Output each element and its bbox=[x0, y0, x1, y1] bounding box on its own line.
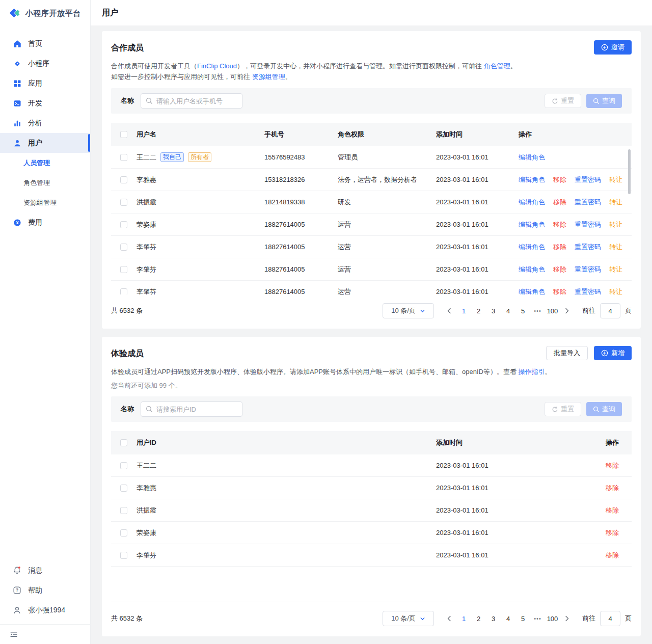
page-number-2[interactable]: 2 bbox=[471, 615, 486, 623]
edit-role-link[interactable]: 编辑角色 bbox=[519, 153, 545, 162]
row-checkbox[interactable] bbox=[120, 507, 127, 514]
select-all-checkbox[interactable] bbox=[120, 439, 127, 446]
desc-text: 体验成员可通过APP扫码预览开发版小程序、体验版小程序。请添加APP账号体系中的… bbox=[111, 368, 519, 375]
edit-role-link[interactable]: 编辑角色 bbox=[519, 243, 545, 252]
total-count: 共 6532 条 bbox=[111, 306, 143, 315]
reset-password-link[interactable]: 重置密码 bbox=[575, 265, 601, 274]
row-checkbox[interactable] bbox=[120, 154, 127, 161]
remove-link[interactable]: 移除 bbox=[553, 243, 566, 252]
prev-page-button[interactable] bbox=[442, 615, 456, 622]
transfer-link[interactable]: 转让 bbox=[609, 175, 622, 184]
row-checkbox[interactable] bbox=[120, 221, 127, 228]
row-checkbox[interactable] bbox=[120, 552, 127, 559]
sidebar-item-dev[interactable]: 开发 bbox=[0, 93, 90, 113]
transfer-link[interactable]: 转让 bbox=[609, 220, 622, 229]
sidebar-subitem-personnel[interactable]: 人员管理 bbox=[0, 153, 90, 173]
edit-role-link[interactable]: 编辑角色 bbox=[519, 175, 545, 184]
experience-reset-button[interactable]: 重置 bbox=[545, 402, 581, 416]
sidebar-item-fee[interactable]: ¥ 费用 bbox=[0, 212, 90, 232]
page-number-5[interactable]: 5 bbox=[515, 307, 530, 315]
experience-search-input[interactable] bbox=[156, 406, 237, 413]
next-page-button[interactable] bbox=[560, 615, 574, 622]
remove-link[interactable]: 移除 bbox=[606, 551, 619, 559]
prev-page-button[interactable] bbox=[442, 308, 456, 314]
page-number-100[interactable]: 100 bbox=[545, 307, 560, 315]
page-number-2[interactable]: 2 bbox=[471, 307, 486, 315]
table-scrollbar[interactable] bbox=[628, 149, 631, 194]
transfer-link[interactable]: 转让 bbox=[609, 243, 622, 252]
sidebar-item-miniprogram[interactable]: 小程序 bbox=[0, 53, 90, 73]
page-size-select[interactable]: 10 条/页 bbox=[383, 611, 434, 626]
sidebar-item-users[interactable]: 用户 bbox=[0, 133, 90, 153]
sidebar-item-home[interactable]: 首页 bbox=[0, 34, 90, 53]
reset-password-link[interactable]: 重置密码 bbox=[575, 220, 601, 229]
added-time-cell: 2023-03-01 16:01 bbox=[436, 484, 555, 492]
page-number-5[interactable]: 5 bbox=[515, 615, 530, 623]
next-page-button[interactable] bbox=[560, 308, 574, 314]
transfer-link[interactable]: 转让 bbox=[609, 287, 622, 295]
batch-import-button[interactable]: 批量导入 bbox=[546, 346, 588, 360]
remove-link[interactable]: 移除 bbox=[553, 220, 566, 229]
collab-query-button[interactable]: 查询 bbox=[586, 94, 622, 108]
goto-page-input[interactable] bbox=[600, 611, 620, 626]
sidebar-item-account[interactable]: 张小强1994 bbox=[0, 600, 90, 620]
remove-link[interactable]: 移除 bbox=[553, 198, 566, 207]
invite-button[interactable]: 邀请 bbox=[594, 40, 632, 55]
row-checkbox[interactable] bbox=[120, 288, 127, 295]
edit-role-link[interactable]: 编辑角色 bbox=[519, 220, 545, 229]
collab-reset-button[interactable]: 重置 bbox=[545, 94, 581, 108]
sidebar-item-apps[interactable]: 应用 bbox=[0, 73, 90, 93]
remove-link[interactable]: 移除 bbox=[606, 506, 619, 514]
row-checkbox[interactable] bbox=[120, 199, 127, 206]
row-checkbox[interactable] bbox=[120, 176, 127, 183]
row-checkbox[interactable] bbox=[120, 244, 127, 251]
remove-link[interactable]: 移除 bbox=[606, 484, 619, 492]
collab-search-input[interactable] bbox=[156, 97, 237, 105]
transfer-link[interactable]: 转让 bbox=[609, 265, 622, 274]
remove-link[interactable]: 移除 bbox=[606, 529, 619, 536]
page-number-4[interactable]: 4 bbox=[501, 615, 515, 623]
pagination-ellipsis[interactable]: ••• bbox=[530, 615, 545, 622]
sidebar-item-analytics[interactable]: 分析 bbox=[0, 113, 90, 133]
row-checkbox[interactable] bbox=[120, 485, 127, 492]
reset-password-link[interactable]: 重置密码 bbox=[575, 198, 601, 207]
page-number-3[interactable]: 3 bbox=[486, 307, 501, 315]
reset-password-link[interactable]: 重置密码 bbox=[575, 243, 601, 252]
role-management-link[interactable]: 角色管理 bbox=[484, 62, 510, 70]
remove-link[interactable]: 移除 bbox=[553, 287, 566, 295]
remove-link[interactable]: 移除 bbox=[553, 175, 566, 184]
remove-link[interactable]: 移除 bbox=[553, 265, 566, 274]
pagination-ellipsis[interactable]: ••• bbox=[530, 308, 545, 314]
select-all-checkbox[interactable] bbox=[120, 131, 127, 138]
page-number-4[interactable]: 4 bbox=[501, 307, 515, 315]
sidebar-item-help[interactable]: ? 帮助 bbox=[0, 580, 90, 600]
resource-group-link[interactable]: 资源组管理 bbox=[252, 73, 285, 81]
sidebar-collapse-button[interactable] bbox=[0, 625, 90, 644]
row-checkbox[interactable] bbox=[120, 462, 127, 469]
page-number-1[interactable]: 1 bbox=[456, 307, 471, 315]
add-button[interactable]: 新增 bbox=[594, 346, 632, 360]
page-size-value: 10 条/页 bbox=[391, 614, 416, 623]
finclip-cloud-link[interactable]: FinClip Cloud bbox=[197, 62, 237, 70]
sidebar-subitem-roles[interactable]: 角色管理 bbox=[0, 173, 90, 193]
experience-query-button[interactable]: 查询 bbox=[586, 402, 622, 416]
goto-page-input[interactable] bbox=[600, 303, 620, 318]
edit-role-link[interactable]: 编辑角色 bbox=[519, 265, 545, 274]
logo[interactable]: 小程序开放平台 bbox=[0, 0, 90, 25]
page-size-select[interactable]: 10 条/页 bbox=[383, 303, 434, 318]
row-checkbox[interactable] bbox=[120, 529, 127, 536]
page-number-3[interactable]: 3 bbox=[486, 615, 501, 623]
sidebar-subitem-resource-groups[interactable]: 资源组管理 bbox=[0, 193, 90, 212]
edit-role-link[interactable]: 编辑角色 bbox=[519, 287, 545, 295]
reset-password-link[interactable]: 重置密码 bbox=[575, 175, 601, 184]
page-number-1[interactable]: 1 bbox=[456, 615, 471, 623]
row-checkbox[interactable] bbox=[120, 266, 127, 273]
sidebar-item-label: 分析 bbox=[28, 119, 42, 128]
operation-guide-link[interactable]: 操作指引 bbox=[519, 368, 545, 375]
page-number-100[interactable]: 100 bbox=[545, 615, 560, 623]
sidebar-item-messages[interactable]: 消息 bbox=[0, 560, 90, 580]
remove-link[interactable]: 移除 bbox=[606, 462, 619, 469]
transfer-link[interactable]: 转让 bbox=[609, 198, 622, 207]
edit-role-link[interactable]: 编辑角色 bbox=[519, 198, 545, 207]
reset-password-link[interactable]: 重置密码 bbox=[575, 287, 601, 295]
